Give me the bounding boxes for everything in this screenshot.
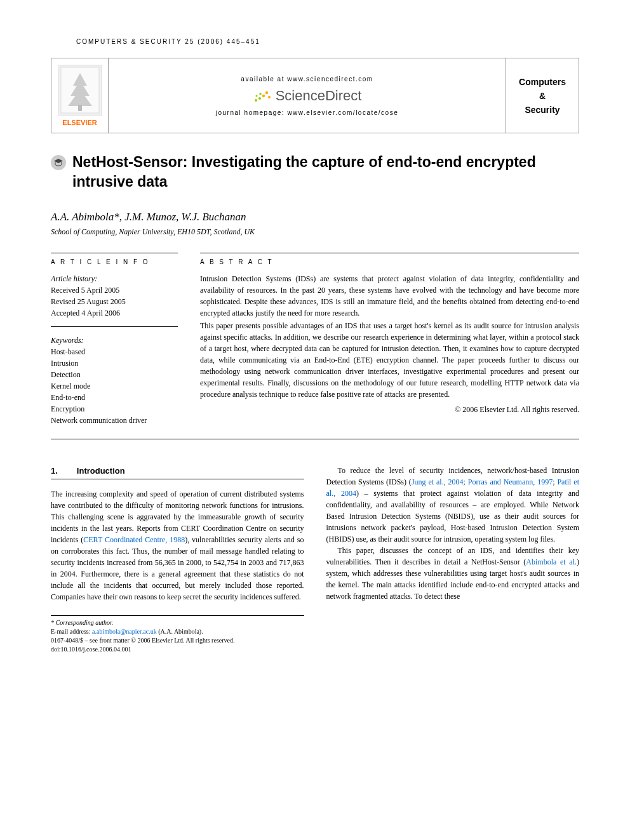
svg-point-3 (258, 97, 261, 100)
abstract-label: A B S T R A C T (200, 253, 579, 265)
corresponding-author-note: * Corresponding author. (51, 618, 304, 627)
abstract-text: Intrusion Detection Systems (IDSs) are s… (200, 273, 579, 415)
journal-header-box: ELSEVIER available at www.sciencedirect.… (51, 58, 579, 133)
authors-line: A.A. Abimbola*, J.M. Munoz, W.J. Buchana… (51, 211, 579, 223)
keywords-label: Keywords: (51, 335, 178, 346)
journal-homepage-text: journal homepage: www.elsevier.com/locat… (216, 109, 398, 116)
article-info-column: A R T I C L E I N F O Article history: R… (51, 253, 178, 426)
elsevier-tree-icon (58, 65, 102, 116)
svg-point-8 (255, 95, 257, 97)
publisher-cell: ELSEVIER (51, 58, 109, 133)
body-columns: 1.Introduction The increasing complexity… (51, 465, 579, 603)
info-abstract-row: A R T I C L E I N F O Article history: R… (51, 253, 579, 439)
article-history: Article history: Received 5 April 2005 R… (51, 273, 178, 327)
history-received: Received 5 April 2005 (51, 284, 178, 296)
running-head: COMPUTERS & SECURITY 25 (2006) 445–451 (76, 38, 579, 45)
journal-name-cell: Computers & Security (506, 58, 579, 133)
journal-name-line2: Security (525, 105, 560, 115)
citation-link[interactable]: Abimbola et al. (526, 557, 577, 566)
keyword-item: Intrusion (51, 357, 178, 369)
affiliation-line: School of Computing, Napier University, … (51, 227, 579, 237)
abstract-p2: This paper presents possible advantages … (200, 320, 579, 400)
sciencedirect-text: ScienceDirect (276, 88, 362, 104)
body-column-left: 1.Introduction The increasing complexity… (51, 465, 304, 603)
svg-point-2 (255, 99, 257, 102)
history-accepted: Accepted 4 April 2006 (51, 307, 178, 319)
body-paragraph: To reduce the level of security incidenc… (326, 465, 580, 545)
body-paragraph: The increasing complexity and speed of o… (51, 488, 304, 603)
keyword-item: Encryption (51, 403, 178, 415)
journal-name-amp: & (539, 91, 546, 101)
section-title: Introduction (77, 466, 125, 476)
email-line: E-mail address: a.abimbola@napier.ac.uk … (51, 627, 304, 636)
publisher-label: ELSEVIER (62, 119, 97, 126)
abstract-p1: Intrusion Detection Systems (IDSs) are s… (200, 273, 579, 319)
available-at-text: available at www.sciencedirect.com (241, 76, 373, 83)
keyword-item: End-to-end (51, 392, 178, 403)
journal-name-line1: Computers (519, 77, 566, 87)
sciencedirect-dots-icon (253, 88, 272, 103)
svg-point-4 (262, 94, 264, 97)
svg-rect-1 (78, 105, 82, 111)
citation-link[interactable]: CERT Coordinated Centre, 1988 (83, 535, 185, 544)
front-matter-line: 0167-4048/$ – see front matter © 2006 El… (51, 636, 304, 645)
svg-point-7 (268, 96, 271, 98)
body-paragraph: This paper, discusses the concept of an … (326, 545, 580, 602)
footnote-block: * Corresponding author. E-mail address: … (51, 615, 304, 654)
svg-point-6 (265, 91, 267, 93)
history-revised: Revised 25 August 2005 (51, 296, 178, 307)
abstract-column: A B S T R A C T Intrusion Detection Syst… (200, 253, 579, 426)
sciencedirect-logo: ScienceDirect (253, 88, 362, 104)
doi-line: doi:10.1016/j.cose.2006.04.001 (51, 645, 304, 654)
section-heading: 1.Introduction (51, 465, 304, 479)
abstract-copyright: © 2006 Elsevier Ltd. All rights reserved… (200, 404, 579, 415)
graduation-cap-icon (51, 155, 66, 170)
article-info-label: A R T I C L E I N F O (51, 253, 178, 265)
email-link[interactable]: a.abimbola@napier.ac.uk (92, 628, 157, 635)
title-block: NetHost-Sensor: Investigating the captur… (51, 152, 579, 192)
history-label: Article history: (51, 273, 178, 284)
keyword-item: Detection (51, 369, 178, 380)
keywords-block: Keywords: Host-based Intrusion Detection… (51, 335, 178, 426)
keyword-item: Network communication driver (51, 415, 178, 426)
sciencedirect-cell: available at www.sciencedirect.com Scien… (109, 58, 506, 133)
keyword-item: Kernel mode (51, 380, 178, 392)
section-number: 1. (51, 466, 58, 476)
keyword-item: Host-based (51, 346, 178, 357)
body-column-right: To reduce the level of security incidenc… (326, 465, 580, 603)
svg-point-5 (259, 93, 262, 95)
paper-title: NetHost-Sensor: Investigating the captur… (72, 152, 579, 192)
